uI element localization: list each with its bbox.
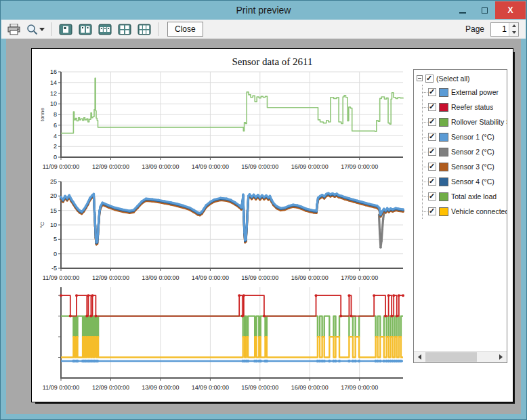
page-down-button[interactable] — [509, 29, 518, 36]
legend-item[interactable]: Sensor 3 (°C) — [423, 159, 507, 174]
four-page-view-button[interactable] — [116, 21, 133, 37]
svg-text:6: 6 — [54, 122, 57, 129]
one-page-view-button[interactable] — [57, 21, 75, 37]
legend-color-swatch — [439, 163, 448, 171]
page-title: Sensor data of 2611 — [32, 56, 513, 68]
svg-text:13/09 0:00:00: 13/09 0:00:00 — [142, 274, 179, 281]
spin-down-icon — [512, 31, 516, 34]
preview-area: Sensor data of 2611 11/09 0:00:0012/09 0… — [6, 39, 521, 414]
maximize-icon — [482, 7, 488, 14]
scroll-left-button[interactable] — [414, 352, 425, 363]
svg-text:4: 4 — [54, 133, 57, 140]
svg-text:tonne: tonne — [39, 107, 45, 121]
svg-text:12/09 0:00:00: 12/09 0:00:00 — [92, 384, 129, 391]
close-preview-button[interactable]: Close — [167, 22, 203, 37]
svg-text:11/09 0:00:00: 11/09 0:00:00 — [43, 384, 79, 391]
legend-item[interactable]: Sensor 4 (°C) — [423, 174, 507, 189]
spin-up-icon — [512, 24, 516, 27]
legend-item[interactable]: Reefer status — [423, 100, 507, 114]
zoom-button[interactable] — [24, 22, 47, 37]
legend-color-swatch — [439, 103, 448, 112]
window-controls: X — [452, 1, 526, 19]
svg-text:8: 8 — [54, 111, 57, 118]
titlebar: Print preview X — [1, 1, 526, 20]
legend-item-checkbox[interactable] — [428, 163, 436, 171]
legend-item[interactable]: Sensor 1 (°C) — [423, 129, 507, 144]
preview-page: Sensor data of 2611 11/09 0:00:0012/09 0… — [31, 48, 513, 402]
zoom-dropdown-arrow-icon[interactable] — [39, 28, 45, 31]
svg-text:°C: °C — [39, 222, 45, 228]
scroll-right-button[interactable] — [495, 352, 507, 363]
legend-item-label: Sensor 3 (°C) — [451, 163, 494, 171]
window-title: Print preview — [1, 5, 526, 16]
print-icon — [7, 24, 20, 35]
four-page-view-icon — [118, 24, 131, 35]
three-page-view-button[interactable] — [96, 21, 114, 37]
legend-item-checkbox[interactable] — [428, 118, 436, 126]
svg-text:0: 0 — [54, 251, 57, 257]
page-number-input[interactable] — [491, 23, 509, 36]
minimize-button[interactable] — [452, 1, 473, 19]
page-up-button[interactable] — [509, 23, 518, 30]
svg-text:14/09 0:00:00: 14/09 0:00:00 — [192, 384, 229, 391]
legend-item-checkbox[interactable] — [428, 207, 436, 215]
svg-text:2: 2 — [54, 143, 57, 150]
six-page-view-icon — [138, 24, 151, 35]
svg-text:16/09 0:00:00: 16/09 0:00:00 — [291, 384, 329, 391]
scroll-right-icon — [499, 354, 503, 360]
chart-axle-load: 11/09 0:00:0012/09 0:00:0013/09 0:00:001… — [39, 68, 411, 177]
chart-temperature: 11/09 0:00:0012/09 0:00:0013/09 0:00:001… — [39, 177, 411, 289]
legend-color-swatch — [439, 88, 448, 97]
legend-item-checkbox[interactable] — [428, 88, 436, 96]
legend-item[interactable]: Total axle load — [423, 189, 507, 204]
legend-item[interactable]: Sensor 2 (°C) — [423, 144, 507, 159]
legend-item-checkbox[interactable] — [428, 133, 436, 141]
close-icon: X — [507, 5, 513, 15]
legend-horizontal-scrollbar[interactable] — [414, 351, 507, 362]
svg-text:12: 12 — [50, 90, 57, 97]
two-page-view-button[interactable] — [77, 21, 94, 37]
legend-color-swatch — [439, 192, 448, 201]
maximize-button[interactable] — [473, 1, 495, 19]
scrollbar-track[interactable] — [425, 352, 495, 362]
svg-text:10: 10 — [50, 222, 57, 228]
svg-text:0: 0 — [54, 154, 57, 161]
legend-item-checkbox[interactable] — [428, 148, 436, 156]
svg-text:12/09 0:00:00: 12/09 0:00:00 — [92, 274, 129, 281]
svg-text:16: 16 — [50, 68, 57, 75]
legend-item-label: Rollover Stability Support — [451, 118, 507, 126]
legend-item-label: Total axle load — [451, 192, 497, 201]
svg-text:15/09 0:00:00: 15/09 0:00:00 — [241, 274, 278, 281]
legend-item-checkbox[interactable] — [428, 177, 436, 186]
svg-text:11/09 0:00:00: 11/09 0:00:00 — [43, 274, 79, 281]
legend-item-label: Reefer status — [451, 103, 493, 111]
svg-text:15/09 0:00:00: 15/09 0:00:00 — [241, 384, 278, 391]
page-number-spinner — [490, 22, 519, 37]
legend-color-swatch — [439, 133, 448, 142]
legend-item-checkbox[interactable] — [428, 192, 436, 201]
print-preview-window: Print preview X — [0, 0, 527, 420]
legend-item[interactable]: External power — [423, 85, 507, 100]
scrollbar-thumb[interactable] — [425, 352, 477, 362]
legend-item[interactable]: Vehicle connected — [423, 204, 507, 219]
scroll-left-icon — [418, 354, 421, 360]
close-window-button[interactable]: X — [495, 1, 526, 19]
print-button[interactable] — [5, 22, 22, 37]
svg-text:14/09 0:00:00: 14/09 0:00:00 — [192, 274, 229, 281]
select-all-checkbox[interactable] — [425, 75, 434, 83]
legend-select-all-row[interactable]: (Select all) — [414, 70, 507, 85]
legend-color-swatch — [439, 177, 448, 186]
toolbar-separator — [51, 22, 52, 36]
three-page-view-icon — [98, 24, 112, 35]
legend-item-label: Sensor 4 (°C) — [451, 177, 494, 186]
page-label: Page — [465, 24, 484, 34]
svg-text:15/09 0:00:00: 15/09 0:00:00 — [241, 163, 278, 170]
svg-text:12/09 0:00:00: 12/09 0:00:00 — [92, 163, 129, 170]
legend-item-checkbox[interactable] — [428, 103, 436, 111]
legend-item[interactable]: Rollover Stability Support — [423, 114, 507, 129]
collapse-icon[interactable] — [417, 75, 423, 81]
toolbar: Close Page — [1, 20, 526, 39]
minimize-icon — [459, 12, 466, 14]
one-page-view-icon — [59, 24, 72, 35]
six-page-view-button[interactable] — [135, 21, 153, 37]
